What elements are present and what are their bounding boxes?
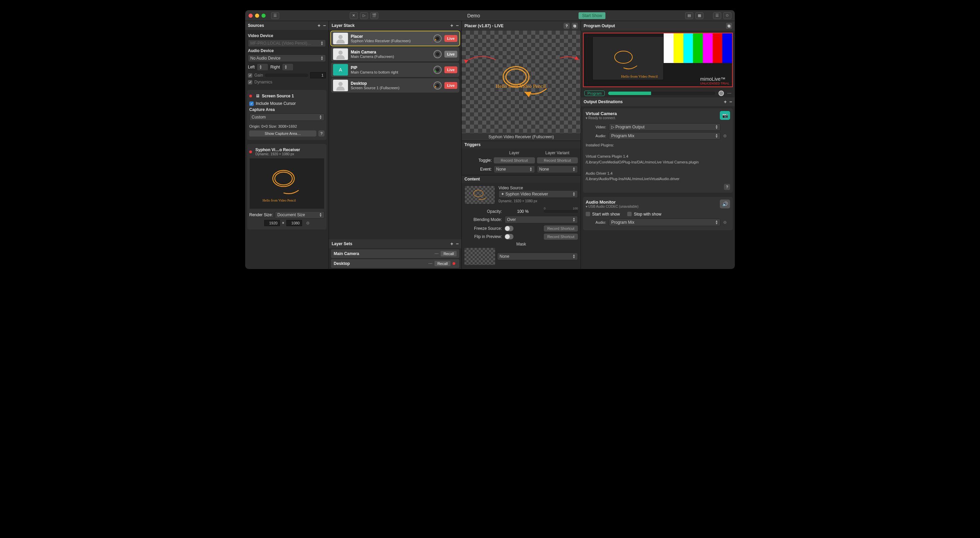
layer-subtitle: Screen Source 1 (Fullscreen) <box>351 86 431 90</box>
dynamics-checkbox[interactable]: ✓ <box>248 80 252 84</box>
layout-b-icon[interactable]: ▦ <box>695 12 703 19</box>
remove-destination-button[interactable]: − <box>729 99 732 105</box>
add-layerset-button[interactable]: + <box>450 241 453 247</box>
flip-preview-toggle[interactable] <box>504 234 514 239</box>
help-icon[interactable]: ? <box>318 131 325 137</box>
sidebar-toggle-button[interactable]: ☰ <box>271 12 279 19</box>
more-icon[interactable]: ⋯ <box>428 261 433 266</box>
am-audio-select[interactable]: Program Mix▲▼ <box>609 219 721 226</box>
flip-shortcut[interactable]: Record Shortcut <box>544 234 578 240</box>
right-channel-select[interactable]: ▲▼ <box>282 63 294 71</box>
layer-row[interactable]: Main CameraMain Camera (Fullscreen)Live <box>331 47 459 61</box>
clapperboard-icon[interactable]: 🎬 <box>370 12 378 19</box>
plugin1-name: Virtual Camera Plugin 1.4 <box>586 154 730 159</box>
layer-knob[interactable] <box>433 81 442 89</box>
event-variant-select[interactable]: None▲▼ <box>537 166 578 173</box>
close-window-button[interactable] <box>248 14 253 18</box>
cut-icon[interactable]: ✕ <box>350 12 358 19</box>
program-badge[interactable]: Program <box>584 91 605 96</box>
recall-button[interactable]: Recall <box>434 261 450 266</box>
layer-knob[interactable] <box>433 34 442 43</box>
remove-icon[interactable]: ⊖ <box>723 220 730 225</box>
variant-column-header: Layer Variant <box>537 151 578 155</box>
more-icon[interactable]: ⋯ <box>434 251 439 256</box>
layer-sets-header: Layer Sets <box>332 242 352 246</box>
render-width-input[interactable]: 1920 <box>264 220 280 226</box>
audio-meter <box>608 92 715 95</box>
remove-layer-button[interactable]: − <box>456 23 459 28</box>
layer-live-button[interactable]: Live <box>444 35 457 42</box>
include-cursor-checkbox[interactable]: ✓ <box>249 102 254 106</box>
show-capture-area-button[interactable]: Show Capture Area… <box>249 131 317 137</box>
audio-device-select[interactable]: No Audio Device▲▼ <box>248 54 326 62</box>
virtual-camera-card: 📷 Virtual Camera ▾ Ready to connect. Vid… <box>583 108 733 193</box>
add-layer-button[interactable]: + <box>450 23 453 28</box>
layer-knob[interactable] <box>433 66 442 74</box>
layer-live-button[interactable]: Live <box>444 82 457 89</box>
camera-icon[interactable]: 📷 <box>720 111 730 120</box>
remove-layerset-button[interactable]: − <box>456 241 459 247</box>
content-thumbnail <box>465 186 495 204</box>
capture-area-select[interactable]: Custom▲▼ <box>249 113 325 121</box>
layer-title: PIP <box>351 65 357 70</box>
add-destination-button[interactable]: + <box>724 99 727 105</box>
vc-audio-label: Audio: <box>586 134 606 138</box>
vc-audio-select[interactable]: Program Mix▲▼ <box>609 132 721 140</box>
recall-button[interactable]: Recall <box>441 251 457 256</box>
gain-slider[interactable] <box>265 73 308 77</box>
layer-set-row[interactable]: Main Camera⋯Recall <box>331 249 459 258</box>
layer-row[interactable]: APIPMain Camera to bottom rightLive <box>331 63 459 77</box>
window-controls <box>248 14 266 18</box>
list-icon[interactable]: ☰ <box>713 12 721 19</box>
screen-source-card[interactable]: 🖥 Screen Source 1 ✓ Include Mouse Cursor… <box>247 90 326 140</box>
vc-video-select[interactable]: ▷ Program Output▲▼ <box>609 123 721 131</box>
zoom-window-button[interactable] <box>261 14 266 18</box>
syphon-source-card[interactable]: Syphon Vi…o Receiver Dynamic. 1920 × 108… <box>247 144 326 229</box>
play-icon[interactable]: ▷ <box>360 12 368 19</box>
event-layer-select[interactable]: None▲▼ <box>494 166 535 173</box>
remove-source-button[interactable]: − <box>323 23 326 28</box>
layer-live-button[interactable]: Live <box>444 51 457 57</box>
start-show-button[interactable]: Start Show <box>579 12 605 19</box>
opacity-slider[interactable]: 0 100 <box>544 210 578 213</box>
layer-row[interactable]: PlacerSyphon Video Receiver (Fullscreen)… <box>331 31 459 46</box>
layer-live-button[interactable]: Live <box>444 67 457 73</box>
mask-select[interactable]: None▲▼ <box>497 253 578 260</box>
layer-sets-list: Main Camera⋯RecallDesktop⋯Recall <box>329 248 461 269</box>
popout-icon[interactable]: ⧉ <box>572 23 578 29</box>
layout-a-icon[interactable]: ▤ <box>685 12 693 19</box>
gain-value[interactable]: 1 <box>310 72 326 78</box>
start-with-show-checkbox[interactable] <box>586 212 590 216</box>
video-device-select[interactable]: MF-PRO.LOCAL (Video Pencil)…▲▼ <box>248 40 326 47</box>
layer-knob[interactable] <box>433 50 442 58</box>
svg-point-2 <box>339 35 342 39</box>
left-channel-select[interactable]: ▲▼ <box>257 63 268 71</box>
toggle-layer-shortcut[interactable]: Record Shortcut <box>494 157 535 164</box>
plugin2-path: /Library/Audio/Plug-Ins/HAL/mimoLiveVirt… <box>586 176 730 182</box>
freeze-source-toggle[interactable] <box>504 226 514 231</box>
remove-icon[interactable]: ⊖ <box>723 134 730 138</box>
add-source-button[interactable]: + <box>318 23 320 28</box>
freeze-shortcut[interactable]: Record Shortcut <box>544 225 578 232</box>
layer-set-row[interactable]: Desktop⋯Recall <box>331 259 459 268</box>
syphon-thumbnail: Hello from Video Pencil <box>249 158 325 209</box>
more-icon[interactable]: ⋯ <box>727 91 732 96</box>
render-height-input[interactable]: 1080 <box>286 220 302 226</box>
popout-icon[interactable]: ⧉ <box>726 23 732 29</box>
layer-title: Desktop <box>351 81 367 86</box>
layer-row[interactable]: DesktopScreen Source 1 (Fullscreen)Live <box>331 78 459 92</box>
gain-checkbox[interactable]: ✓ <box>248 73 252 78</box>
blending-mode-select[interactable]: Over▲▼ <box>504 216 578 223</box>
star-icon[interactable]: ✩ <box>723 12 732 19</box>
video-source-select[interactable]: ✦ Syphon Video Receiver▲▼ <box>498 190 578 198</box>
speaker-icon[interactable]: 🔊 <box>720 199 730 209</box>
remove-icon[interactable]: ⊖ <box>306 221 310 225</box>
minimize-window-button[interactable] <box>255 14 259 18</box>
volume-knob[interactable] <box>719 91 724 96</box>
help-icon[interactable]: ? <box>724 184 730 190</box>
toggle-variant-shortcut[interactable]: Record Shortcut <box>537 157 578 164</box>
stop-with-show-checkbox[interactable] <box>627 212 632 216</box>
layer-column-header: Layer <box>494 151 535 155</box>
render-size-select[interactable]: Document Size▲▼ <box>275 211 325 219</box>
help-icon[interactable]: ? <box>563 23 570 29</box>
